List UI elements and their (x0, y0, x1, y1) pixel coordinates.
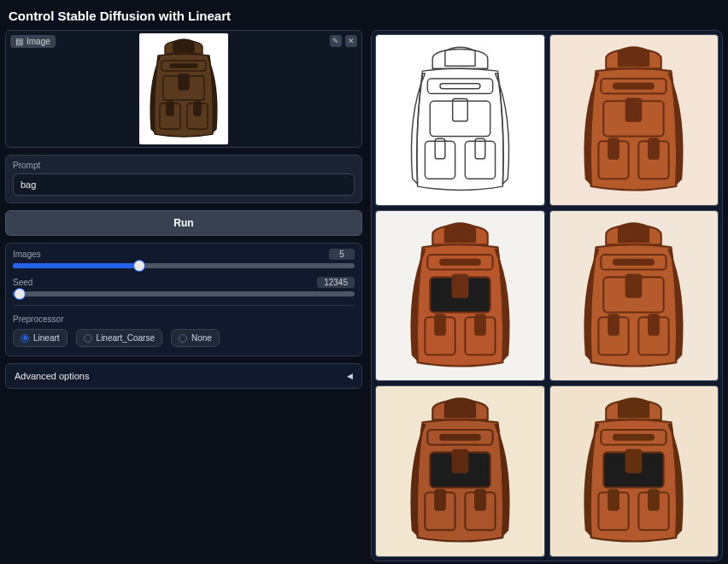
svg-rect-49 (614, 435, 654, 440)
rendered-output-icon (561, 38, 706, 202)
preprocessor-radio-group: LineartLineart_CoarseNone (13, 329, 355, 347)
svg-rect-37 (608, 314, 619, 334)
divider (13, 305, 355, 306)
images-slider-value: 5 (329, 249, 355, 260)
svg-rect-27 (452, 274, 467, 297)
advanced-options-label: Advanced options (15, 371, 89, 381)
svg-rect-47 (475, 491, 485, 510)
gallery-cell-2[interactable] (375, 210, 545, 382)
svg-rect-5 (167, 102, 173, 115)
input-image-label: ▤ Image (10, 35, 56, 48)
gallery-cell-4[interactable] (375, 385, 545, 557)
svg-rect-9 (440, 84, 480, 89)
svg-rect-3 (179, 74, 189, 90)
svg-rect-43 (452, 450, 467, 473)
seed-slider-label: Seed (13, 278, 32, 287)
input-image-label-text: Image (26, 37, 50, 46)
rendered-output-icon (561, 214, 706, 378)
input-image-thumbnail (139, 33, 228, 144)
run-button[interactable]: Run (5, 210, 362, 236)
svg-rect-41 (440, 435, 480, 440)
input-image-box[interactable]: ▤ Image ✎ ✕ (5, 30, 362, 148)
rendered-output-icon (388, 214, 532, 378)
prompt-block: Prompt (5, 155, 362, 203)
gallery-cell-0[interactable] (375, 34, 545, 206)
advanced-options-toggle[interactable]: Advanced options ◀ (5, 363, 362, 389)
svg-rect-29 (435, 314, 445, 334)
output-gallery (371, 30, 723, 561)
svg-rect-35 (626, 274, 642, 297)
edit-image-button[interactable]: ✎ (330, 35, 342, 47)
svg-rect-14 (465, 141, 495, 179)
preprocessor-label: Preprocessor (13, 314, 355, 324)
gallery-cell-3[interactable] (549, 210, 719, 382)
svg-rect-21 (608, 138, 619, 158)
caret-left-icon: ◀ (347, 372, 353, 380)
radio-label: None (191, 333, 212, 343)
seed-slider-value: 12345 (317, 277, 355, 288)
svg-rect-17 (614, 84, 654, 89)
svg-rect-1 (170, 64, 197, 68)
gallery-cell-5[interactable] (549, 385, 719, 557)
radio-label: Lineart_Coarse (97, 333, 155, 343)
prompt-label: Prompt (13, 161, 355, 170)
svg-rect-51 (626, 450, 642, 473)
page-title: Control Stable Diffusion with Lineart (0, 0, 728, 30)
input-image-preview[interactable] (139, 33, 228, 144)
gallery-cell-1[interactable] (549, 34, 719, 206)
svg-rect-23 (649, 138, 659, 158)
svg-rect-19 (626, 98, 642, 120)
prompt-input[interactable] (13, 173, 355, 196)
images-slider-row: Images 5 (13, 249, 355, 268)
svg-rect-12 (425, 141, 455, 179)
radio-icon (84, 334, 92, 343)
close-image-button[interactable]: ✕ (345, 35, 357, 47)
svg-rect-10 (430, 101, 490, 136)
lineart-output-icon (388, 38, 532, 202)
svg-rect-11 (452, 98, 467, 120)
svg-rect-55 (649, 491, 659, 510)
svg-rect-53 (608, 491, 619, 510)
image-icon: ▤ (15, 37, 23, 46)
rendered-output-icon (388, 390, 532, 553)
images-slider[interactable] (13, 263, 355, 268)
preprocessor-option-lineart[interactable]: Lineart (13, 329, 68, 347)
rendered-output-icon (561, 390, 706, 553)
preprocessor-option-lineart_coarse[interactable]: Lineart_Coarse (76, 329, 162, 347)
svg-rect-8 (427, 79, 492, 94)
images-slider-label: Images (13, 250, 41, 259)
svg-rect-45 (435, 491, 445, 510)
parameters-block: Images 5 Seed 12345 Preproc (5, 243, 362, 356)
svg-rect-7 (194, 102, 201, 115)
radio-icon (179, 334, 187, 343)
svg-rect-31 (475, 314, 485, 334)
seed-slider-row: Seed 12345 (13, 277, 355, 297)
svg-rect-33 (614, 259, 654, 264)
svg-rect-25 (440, 259, 480, 264)
radio-label: Lineart (33, 333, 60, 343)
radio-icon (21, 334, 29, 343)
svg-rect-39 (649, 314, 659, 334)
preprocessor-option-none[interactable]: None (171, 329, 220, 347)
seed-slider[interactable] (13, 291, 355, 297)
